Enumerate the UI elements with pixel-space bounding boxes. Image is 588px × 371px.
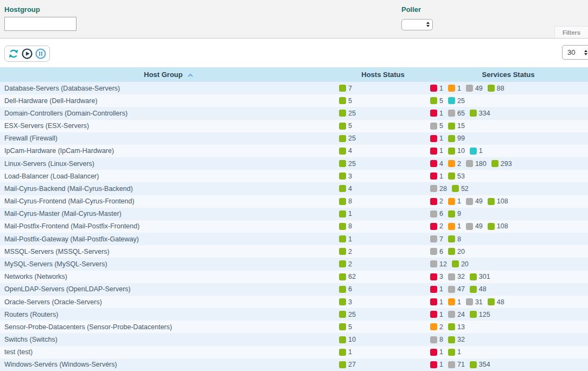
status-ok[interactable]: 20 [452,260,469,268]
status-warning[interactable]: 1 [448,85,461,92]
status-critical[interactable]: 4 [430,160,443,168]
hostgroup-name[interactable]: Oracle-Servers (Oracle-Servers) [0,296,337,308]
status-unknown[interactable]: 24 [448,311,465,318]
status-ok[interactable]: 10 [448,147,465,155]
status-unknown[interactable]: 71 [448,361,465,368]
status-critical[interactable]: 1 [430,147,443,155]
status-ok[interactable]: 48 [470,285,487,293]
status-unknown[interactable]: 47 [448,285,465,293]
pause-icon[interactable] [35,48,47,60]
play-icon[interactable] [21,48,33,60]
status-ok[interactable]: 7 [339,85,352,92]
status-ok[interactable]: 48 [488,298,504,306]
status-unknown[interactable]: 6 [430,248,443,255]
status-critical[interactable]: 3 [430,273,443,280]
hostgroup-name[interactable]: MySQL-Servers (MySQL-Servers) [0,258,337,270]
status-ok[interactable]: 8 [448,235,461,243]
hostgroup-name[interactable]: Mail-Cyrus-Backend (Mail-Cyrus-Backend) [0,182,337,195]
status-ok[interactable]: 125 [470,311,490,318]
status-warning[interactable]: 2 [430,323,443,331]
status-critical[interactable]: 2 [430,197,443,205]
page-size-select[interactable]: 30 [562,45,588,60]
status-ok[interactable]: 1 [339,235,352,243]
status-critical[interactable]: 1 [430,172,443,180]
hostgroup-name[interactable]: Switchs (Switchs) [0,333,337,346]
hostgroup-name[interactable]: Routers (Routers) [0,308,337,321]
status-ok[interactable]: 3 [339,172,352,180]
hostgroup-name[interactable]: Mail-Cyrus-Master (Mail-Cyrus-Master) [0,208,337,220]
status-ok[interactable]: 15 [448,122,465,130]
hostgroup-name[interactable]: Mail-Postfix-Gateway (Mail-Postfix-Gatew… [0,233,337,245]
status-ok[interactable]: 53 [448,172,465,180]
status-unknown[interactable]: 7 [430,235,443,243]
status-unknown[interactable]: 49 [466,197,483,205]
status-critical[interactable]: 2 [430,222,443,230]
status-ok[interactable]: 25 [339,135,356,142]
status-ok[interactable]: 32 [448,336,465,343]
hostgroup-name[interactable]: Database-Servers (Database-Servers) [0,82,337,94]
status-unknown[interactable]: 28 [430,185,447,193]
status-ok[interactable]: 52 [452,185,469,193]
hostgroup-name[interactable]: MSSQL-Servers (MSSQL-Servers) [0,245,337,258]
status-ok[interactable]: 9 [448,210,461,218]
status-unknown[interactable]: 49 [466,222,483,230]
status-ok[interactable]: 108 [488,197,508,205]
status-unknown[interactable]: 49 [466,85,483,92]
status-pending[interactable]: 25 [448,97,465,105]
status-ok[interactable]: 62 [339,273,356,280]
status-ok[interactable]: 5 [339,122,352,130]
status-critical[interactable]: 1 [430,348,443,356]
column-header-hosts-status[interactable]: Hosts Status [337,67,429,82]
hostgroup-name[interactable]: Windows-Servérs (Windows-Servérs) [0,359,337,371]
hostgroup-name[interactable]: Mail-Cyrus-Frontend (Mail-Cyrus-Frontend… [0,195,337,208]
status-ok[interactable]: 2 [339,260,352,268]
status-ok[interactable]: 8 [339,197,352,205]
hostgroup-input[interactable] [4,17,76,31]
hostgroup-name[interactable]: Networks (Networks) [0,271,337,283]
status-ok[interactable]: 3 [339,298,352,306]
status-ok[interactable]: 301 [470,273,490,280]
status-ok[interactable]: 1 [339,348,352,356]
status-ok[interactable]: 1 [339,210,352,218]
status-ok[interactable]: 354 [470,361,490,368]
status-ok[interactable]: 13 [448,323,465,331]
status-ok[interactable]: 25 [339,110,356,117]
hostgroup-name[interactable]: Mail-Postfix-Frontend (Mail-Postfix-Fron… [0,220,337,233]
status-ok[interactable]: 5 [430,97,443,105]
status-ok[interactable]: 10 [339,336,356,343]
status-unknown[interactable]: 65 [448,110,465,117]
status-pending[interactable]: 1 [470,147,483,155]
status-ok[interactable]: 99 [448,135,465,142]
status-critical[interactable]: 1 [430,361,443,368]
status-critical[interactable]: 1 [430,298,443,306]
hostgroup-name[interactable]: Domain-Controllers (Domain-Controllers) [0,107,337,119]
status-critical[interactable]: 1 [430,135,443,142]
hostgroup-name[interactable]: Load-Balancer (Load-Balancer) [0,170,337,182]
hostgroup-name[interactable]: ESX-Servers (ESX-Servers) [0,120,337,132]
status-ok[interactable]: 20 [448,248,465,255]
status-warning[interactable]: 1 [448,222,461,230]
status-ok[interactable]: 5 [339,97,352,105]
hostgroup-name[interactable]: Dell-Hardware (Dell-Hardware) [0,94,337,107]
status-ok[interactable]: 4 [339,185,352,193]
status-ok[interactable]: 108 [488,222,508,230]
status-unknown[interactable]: 32 [448,273,465,280]
status-unknown[interactable]: 6 [430,210,443,218]
hostgroup-name[interactable]: OpenLDAP-Servers (OpenLDAP-Servers) [0,283,337,296]
status-unknown[interactable]: 12 [430,260,447,268]
status-ok[interactable]: 334 [470,110,490,117]
refresh-icon[interactable] [8,48,20,60]
hostgroup-name[interactable]: Firewall (Firewall) [0,132,337,145]
status-unknown[interactable]: 8 [430,336,443,343]
poller-select[interactable] [401,19,433,30]
status-ok[interactable]: 1 [448,348,461,356]
filters-tab[interactable]: Filters [554,26,588,38]
status-ok[interactable]: 6 [339,285,352,293]
status-warning[interactable]: 1 [448,298,461,306]
status-ok[interactable]: 2 [339,248,352,255]
status-warning[interactable]: 2 [448,160,461,168]
hostgroup-name[interactable]: test (test) [0,346,337,359]
status-critical[interactable]: 1 [430,311,443,318]
column-header-services-status[interactable]: Services Status [429,67,588,82]
status-critical[interactable]: 1 [430,110,443,117]
